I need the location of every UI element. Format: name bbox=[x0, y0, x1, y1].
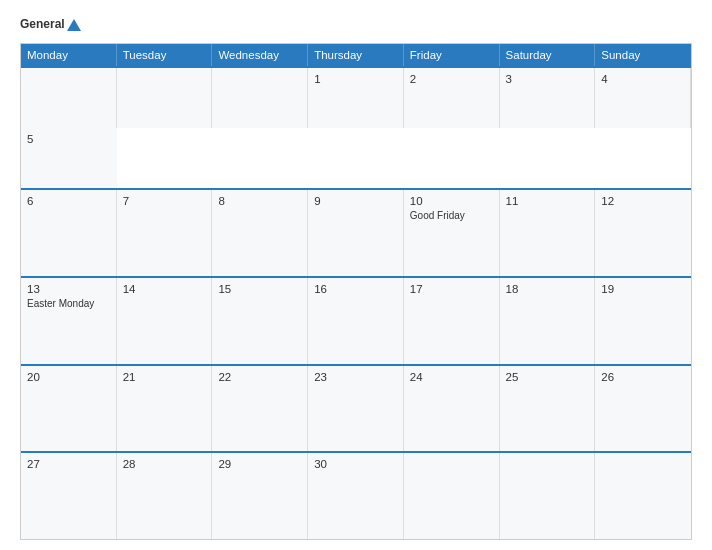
calendar-cell: 8 bbox=[212, 190, 308, 276]
calendar-header: MondayTuesdayWednesdayThursdayFridaySatu… bbox=[21, 44, 691, 66]
day-number: 20 bbox=[27, 371, 110, 383]
day-number: 19 bbox=[601, 283, 685, 295]
day-number: 27 bbox=[27, 458, 110, 470]
day-number: 24 bbox=[410, 371, 493, 383]
day-number: 26 bbox=[601, 371, 685, 383]
calendar-cell: 11 bbox=[500, 190, 596, 276]
day-of-week-saturday: Saturday bbox=[500, 44, 596, 66]
day-number: 23 bbox=[314, 371, 397, 383]
day-event: Easter Monday bbox=[27, 298, 110, 309]
calendar-cell: 4 bbox=[595, 68, 691, 128]
calendar-body: 12345678910Good Friday111213Easter Monda… bbox=[21, 66, 691, 539]
day-number: 17 bbox=[410, 283, 493, 295]
day-number: 28 bbox=[123, 458, 206, 470]
calendar-cell: 22 bbox=[212, 366, 308, 452]
day-of-week-friday: Friday bbox=[404, 44, 500, 66]
logo-triangle-icon bbox=[67, 19, 81, 31]
calendar-cell: 12 bbox=[595, 190, 691, 276]
calendar-cell: 15 bbox=[212, 278, 308, 364]
calendar-week-2: 13Easter Monday141516171819 bbox=[21, 276, 691, 364]
calendar-cell: 18 bbox=[500, 278, 596, 364]
logo: General bbox=[20, 18, 81, 31]
calendar-cell: 1 bbox=[308, 68, 404, 128]
calendar-cell: 14 bbox=[117, 278, 213, 364]
day-number: 6 bbox=[27, 195, 110, 207]
day-number: 9 bbox=[314, 195, 397, 207]
calendar-cell: 6 bbox=[21, 190, 117, 276]
day-number: 10 bbox=[410, 195, 493, 207]
day-number: 8 bbox=[218, 195, 301, 207]
calendar-cell: 30 bbox=[308, 453, 404, 539]
day-number: 13 bbox=[27, 283, 110, 295]
day-number: 12 bbox=[601, 195, 685, 207]
calendar-cell bbox=[595, 453, 691, 539]
day-event: Good Friday bbox=[410, 210, 493, 221]
day-of-week-wednesday: Wednesday bbox=[212, 44, 308, 66]
day-number: 4 bbox=[601, 73, 684, 85]
day-number: 30 bbox=[314, 458, 397, 470]
calendar-cell bbox=[404, 453, 500, 539]
calendar-cell: 26 bbox=[595, 366, 691, 452]
calendar-cell: 23 bbox=[308, 366, 404, 452]
calendar-cell: 24 bbox=[404, 366, 500, 452]
day-number: 3 bbox=[506, 73, 589, 85]
calendar-cell: 2 bbox=[404, 68, 500, 128]
calendar-cell bbox=[117, 68, 213, 128]
header: General bbox=[20, 18, 692, 31]
day-of-week-sunday: Sunday bbox=[595, 44, 691, 66]
calendar-week-3: 20212223242526 bbox=[21, 364, 691, 452]
calendar-cell: 16 bbox=[308, 278, 404, 364]
calendar-week-1: 678910Good Friday1112 bbox=[21, 188, 691, 276]
day-of-week-thursday: Thursday bbox=[308, 44, 404, 66]
calendar-cell: 21 bbox=[117, 366, 213, 452]
calendar-cell: 19 bbox=[595, 278, 691, 364]
day-number: 2 bbox=[410, 73, 493, 85]
day-of-week-monday: Monday bbox=[21, 44, 117, 66]
calendar-cell: 17 bbox=[404, 278, 500, 364]
logo-general: General bbox=[20, 18, 81, 31]
calendar-week-4: 27282930 bbox=[21, 451, 691, 539]
day-of-week-tuesday: Tuesday bbox=[117, 44, 213, 66]
calendar-cell bbox=[500, 453, 596, 539]
day-number: 1 bbox=[314, 73, 397, 85]
calendar-cell bbox=[212, 68, 308, 128]
calendar-cell: 9 bbox=[308, 190, 404, 276]
day-number: 14 bbox=[123, 283, 206, 295]
calendar-cell: 5 bbox=[21, 128, 117, 188]
day-number: 7 bbox=[123, 195, 206, 207]
page: General MondayTuesdayWednesdayThursdayFr… bbox=[0, 0, 712, 550]
calendar-cell: 10Good Friday bbox=[404, 190, 500, 276]
day-number: 11 bbox=[506, 195, 589, 207]
calendar-cell: 29 bbox=[212, 453, 308, 539]
day-number: 21 bbox=[123, 371, 206, 383]
calendar-cell: 28 bbox=[117, 453, 213, 539]
calendar-cell: 3 bbox=[500, 68, 596, 128]
calendar-cell: 25 bbox=[500, 366, 596, 452]
day-number: 22 bbox=[218, 371, 301, 383]
calendar-cell: 7 bbox=[117, 190, 213, 276]
day-number: 18 bbox=[506, 283, 589, 295]
day-number: 15 bbox=[218, 283, 301, 295]
day-number: 16 bbox=[314, 283, 397, 295]
day-number: 5 bbox=[27, 133, 111, 145]
calendar-cell: 27 bbox=[21, 453, 117, 539]
calendar-cell: 13Easter Monday bbox=[21, 278, 117, 364]
calendar: MondayTuesdayWednesdayThursdayFridaySatu… bbox=[20, 43, 692, 540]
day-number: 29 bbox=[218, 458, 301, 470]
calendar-week-0: 12345 bbox=[21, 66, 691, 188]
calendar-cell: 20 bbox=[21, 366, 117, 452]
day-number: 25 bbox=[506, 371, 589, 383]
calendar-cell bbox=[21, 68, 117, 128]
